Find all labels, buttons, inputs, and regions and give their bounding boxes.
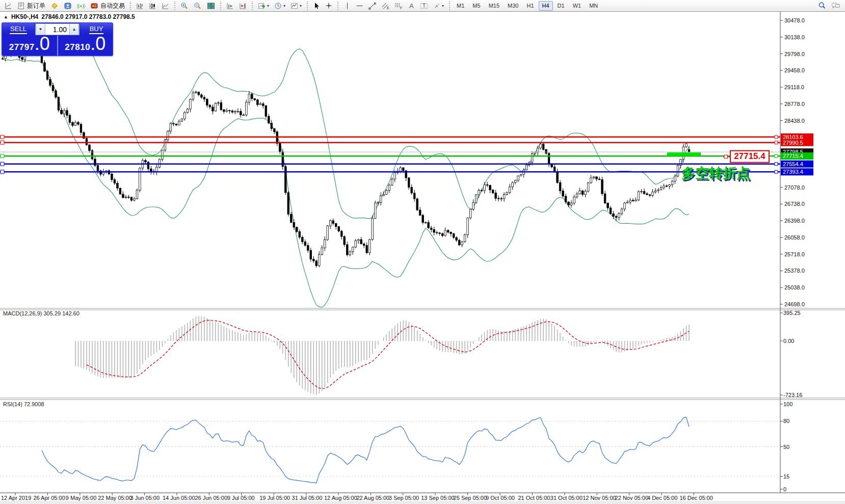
trendline-button[interactable] (366, 1, 378, 11)
green-highlight-bar[interactable] (667, 152, 701, 156)
buy-price-frac: .0 (90, 36, 105, 52)
timeframe-button-H1[interactable]: H1 (523, 1, 537, 11)
price-axis-tick-label: 30478.0 (784, 17, 805, 23)
new-chart-icon (5, 2, 12, 10)
text-label-button[interactable]: T (418, 1, 430, 11)
date-axis[interactable]: 12 Apr 201926 Apr 05:009 May 05:0022 May… (1, 493, 713, 501)
toolbar-separator (252, 2, 253, 10)
timeframe-button-M5[interactable]: M5 (469, 1, 484, 11)
indicators-button[interactable]: ▾ (256, 1, 271, 11)
main-toolbar: 新订单 自动交易 (0, 0, 845, 12)
text-button[interactable]: A (406, 1, 417, 11)
volume-input[interactable] (45, 25, 69, 34)
timeframe-button-M1[interactable]: M1 (453, 1, 468, 11)
new-order-icon (17, 2, 25, 10)
price-axis-tick-label: 28438.0 (784, 118, 805, 124)
zoom-in-icon (180, 2, 189, 10)
toolbar-separator (174, 2, 175, 10)
horizontal-line-button[interactable] (354, 1, 365, 11)
line-handle[interactable] (1, 135, 4, 139)
rsi-axis-label: 80 (783, 418, 789, 424)
new-chart-button[interactable] (3, 1, 14, 11)
axis-price-label: 27393.4 (783, 169, 803, 175)
date-axis-label: 26 Apr 05:00 (33, 495, 65, 501)
search-button[interactable] (816, 1, 828, 11)
templates-button[interactable]: ▾ (288, 1, 304, 11)
fibonacci-button[interactable]: F (392, 1, 405, 11)
arrows-button[interactable]: ▾ (431, 1, 446, 11)
sell-button[interactable]: SELL (2, 23, 35, 36)
chart-window[interactable]: ▲ HK50-,H4 27846.0 27917.0 27783.0 27798… (0, 12, 845, 504)
one-click-toggle-icon[interactable]: ▲ (4, 14, 8, 19)
line-handle[interactable] (1, 154, 4, 158)
timeframe-button-MN[interactable]: MN (586, 1, 601, 11)
chart-shift-button[interactable] (237, 1, 249, 11)
chart-symbol-title: HK50-,H4 (11, 13, 38, 20)
zoom-out-button[interactable] (192, 1, 204, 11)
timeframe-button-M15[interactable]: M15 (485, 1, 503, 11)
annotation-anchor-handle[interactable] (724, 155, 728, 158)
svg-text:A: A (409, 2, 414, 10)
zoom-in-button[interactable] (178, 1, 191, 11)
date-axis-label: 26 Jun 05:00 (195, 495, 227, 501)
sell-price-int: 27797 (9, 42, 35, 52)
equidistant-channel-button[interactable]: E (379, 1, 391, 11)
zoom-out-icon (194, 2, 202, 10)
line-chart-button[interactable] (160, 1, 171, 11)
date-axis-label: 21 Oct 05:00 (518, 495, 550, 501)
date-axis-label: 3 Sep 05:00 (389, 495, 419, 501)
toolbar-separator (307, 2, 308, 10)
date-axis-label: 16 Dec 05:00 (679, 495, 712, 501)
dropdown-arrow-icon: ▾ (283, 4, 285, 8)
buy-price-int: 27810 (65, 42, 90, 52)
vertical-line-icon (344, 2, 351, 10)
rsi-line (42, 417, 689, 483)
sell-price[interactable]: 27797.0 (2, 36, 58, 56)
candle-chart-button[interactable] (147, 1, 159, 11)
date-axis-label: 19 Jul 05:00 (259, 495, 290, 501)
periods-button[interactable]: ▾ (272, 1, 287, 11)
signal-button[interactable] (75, 1, 87, 11)
date-axis-label: 13 Sep 05:00 (421, 495, 454, 501)
line-handle[interactable] (775, 141, 778, 144)
timeframe-button-W1[interactable]: W1 (569, 1, 585, 11)
svg-text:E: E (387, 6, 389, 9)
auto-scroll-button[interactable] (224, 1, 236, 11)
buy-price[interactable]: 27810.0 (58, 36, 113, 56)
vertical-line-button[interactable] (341, 1, 353, 11)
line-handle[interactable] (1, 141, 4, 144)
line-handle[interactable] (775, 136, 778, 139)
line-handle[interactable] (1, 162, 4, 166)
price-axis-tick-label: 30138.0 (784, 34, 805, 40)
line-handle[interactable] (775, 170, 778, 173)
search-icon (818, 2, 826, 10)
profile-button[interactable] (62, 1, 74, 11)
macd-signal-line (87, 320, 689, 388)
text-icon: A (408, 2, 415, 10)
crosshair-icon (325, 2, 332, 10)
timeframe-button-D1[interactable]: D1 (554, 1, 568, 11)
bar-chart-button[interactable] (134, 1, 146, 11)
volume-increase-button[interactable]: ▲ (69, 23, 79, 35)
timeframe-button-M30[interactable]: M30 (504, 1, 522, 11)
chat-button[interactable] (829, 1, 842, 11)
price-chart-canvas[interactable]: 28103.627990.527798.527715.427554.427393… (0, 12, 845, 504)
signal-icon (77, 2, 85, 10)
fibonacci-icon: F (394, 2, 403, 10)
gold-button[interactable] (48, 1, 61, 11)
autotrading-button[interactable]: 自动交易 (88, 1, 127, 11)
timeframe-button-H4[interactable]: H4 (539, 1, 553, 11)
tile-windows-button[interactable] (205, 1, 217, 11)
dropdown-arrow-icon: ▾ (267, 4, 269, 8)
toolbar-separator (220, 2, 221, 10)
line-handle[interactable] (1, 170, 4, 174)
line-handle[interactable] (775, 163, 778, 166)
price-axis-tick-label: 26738.0 (784, 201, 805, 207)
crosshair-button[interactable] (323, 1, 334, 11)
price-axis-tick-label: 25038.0 (784, 284, 805, 290)
new-order-button[interactable]: 新订单 (15, 1, 47, 11)
cursor-button[interactable] (311, 1, 322, 11)
macd-axis-label: -723.16 (783, 392, 802, 398)
line-handle[interactable] (775, 154, 778, 157)
bollinger-lower-band (3, 59, 689, 307)
